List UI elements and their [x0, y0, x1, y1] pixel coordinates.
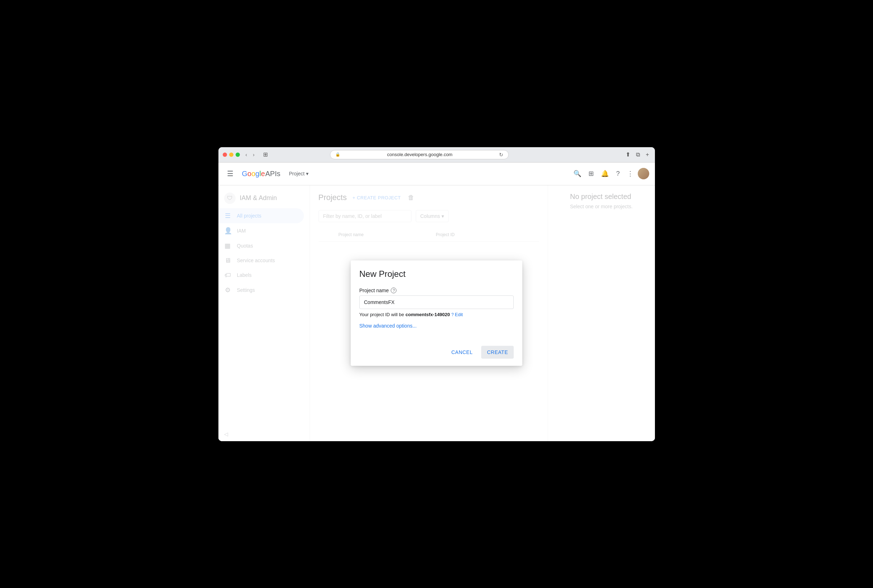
new-tab-button[interactable]: + [644, 150, 650, 159]
project-name-label-text: Project name [359, 288, 389, 293]
logo-o-red: o [247, 170, 251, 178]
more-button[interactable]: ⋮ [624, 167, 636, 180]
logo-o-yellow: o [251, 170, 255, 178]
project-id-prefix: Your project ID will be [359, 312, 404, 317]
url-text: console.developers.google.com [343, 152, 497, 157]
browser-window: ‹ › ⊞ 🔒 console.developers.google.com ↻ … [218, 147, 655, 441]
top-nav: ☰ GoogleAPIs Project ▾ 🔍 ⊞ 🔔 ? ⋮ [218, 162, 655, 185]
app-content: ☰ GoogleAPIs Project ▾ 🔍 ⊞ 🔔 ? ⋮ [218, 162, 655, 441]
share-button[interactable]: ⬆ [624, 150, 632, 159]
project-name-field: Project name ? [359, 288, 514, 309]
nav-icons: 🔍 ⊞ 🔔 ? ⋮ [571, 167, 649, 180]
avatar[interactable] [638, 168, 649, 179]
project-id-info: Your project ID will be commentsfx-14902… [359, 312, 514, 317]
project-selector[interactable]: Project ▾ [289, 171, 308, 177]
dialog-actions: CANCEL CREATE [359, 346, 514, 358]
lock-icon: 🔒 [335, 152, 340, 157]
notifications-button[interactable]: 🔔 [598, 167, 612, 180]
hamburger-button[interactable]: ☰ [224, 166, 236, 181]
help-icon[interactable]: ? [391, 288, 397, 293]
minimize-button[interactable] [229, 153, 233, 157]
advanced-options-link[interactable]: Show advanced options... [359, 323, 514, 328]
traffic-lights [223, 153, 240, 157]
search-button[interactable]: 🔍 [571, 167, 584, 180]
project-arrow-icon: ▾ [306, 171, 308, 177]
back-button[interactable]: ‹ [243, 151, 249, 158]
advanced-options-text: Show advanced options... [359, 323, 416, 328]
logo-g-blue: G [242, 170, 248, 178]
address-bar[interactable]: 🔒 console.developers.google.com ↻ [330, 150, 509, 159]
logo-apis-text: APIs [265, 170, 280, 178]
browser-chrome: ‹ › ⊞ 🔒 console.developers.google.com ↻ … [218, 147, 655, 162]
apps-button[interactable]: ⊞ [586, 167, 597, 180]
avatar-image [638, 168, 649, 179]
logo-g-blue2: g [255, 170, 259, 178]
dialog-title: New Project [359, 269, 514, 279]
edit-link[interactable]: ? Edit [452, 312, 463, 317]
cancel-button[interactable]: CANCEL [445, 346, 478, 358]
project-id-value: commentsfx-149020 [406, 312, 450, 317]
project-label: Project [289, 171, 305, 177]
edit-icon: ? [452, 312, 454, 317]
create-button[interactable]: CREATE [481, 346, 514, 358]
google-apis-logo: GoogleAPIs [242, 170, 281, 178]
new-project-dialog: New Project Project name ? Your project … [351, 260, 522, 366]
nav-buttons: ‹ › [243, 151, 257, 158]
close-button[interactable] [223, 153, 227, 157]
reload-icon[interactable]: ↻ [499, 152, 503, 158]
sidebar-toggle-button[interactable]: ⊞ [260, 150, 270, 159]
modal-overlay: New Project Project name ? Your project … [218, 185, 655, 441]
forward-button[interactable]: › [251, 151, 257, 158]
main-layout: 🛡 IAM & Admin ☰ All projects 👤 IAM ▦ Quo… [218, 185, 655, 441]
project-name-label: Project name ? [359, 288, 514, 293]
help-button[interactable]: ? [613, 167, 622, 180]
edit-label: Edit [455, 312, 463, 317]
maximize-button[interactable] [236, 153, 240, 157]
tab-button[interactable]: ⧉ [634, 150, 642, 159]
project-name-input[interactable] [359, 296, 514, 309]
logo-e-red: e [261, 170, 265, 178]
browser-actions: ⬆ ⧉ + [624, 150, 650, 159]
